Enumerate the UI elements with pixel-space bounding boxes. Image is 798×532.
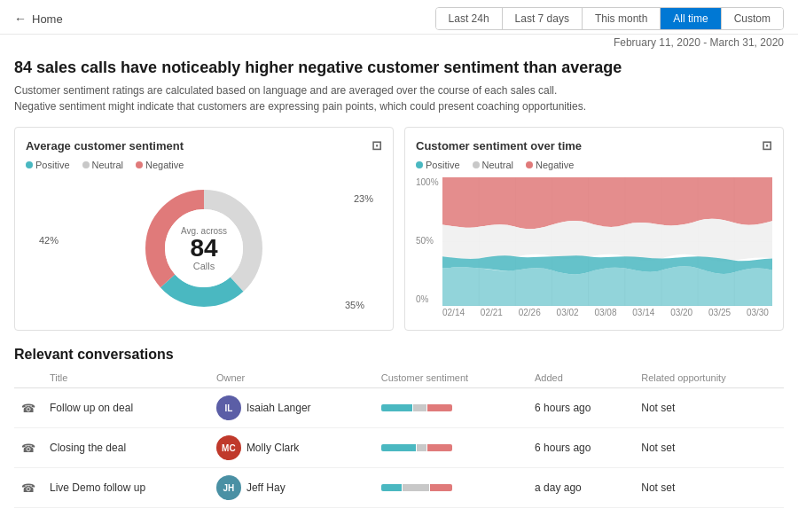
conv-opportunity: Not set [634,388,784,428]
sentiment-bar [381,444,452,451]
sentiment-bar [381,484,452,491]
donut-svg [133,177,275,319]
charts-row: Average customer sentiment ⊡ Positive Ne… [0,118,798,340]
description: Customer sentiment ratings are calculate… [14,82,784,114]
over-time-title: Customer sentiment over time ⊡ [416,138,772,153]
sb-neutral [417,444,427,451]
call-icon: ☎ [21,442,35,455]
y-axis: 100% 50% 0% [416,177,442,306]
sb-neutral [413,404,427,411]
conv-opportunity: Not set [634,428,784,468]
conversations-table: Title Owner Customer sentiment Added Rel… [14,368,784,508]
owner-avatar: MC [216,435,241,460]
owner-name: Jeff Hay [246,481,286,494]
conv-title[interactable]: Closing the deal [43,428,209,468]
ot-neutral-dot [473,161,480,168]
col-sentiment: Customer sentiment [374,368,528,388]
owner-avatar: IL [216,395,241,420]
avg-legend: Positive Neutral Negative [26,160,382,170]
filter-last7days[interactable]: Last 7 days [503,8,583,29]
conv-added: 6 hours ago [528,388,634,428]
table-body: ☎ Follow up on deal IL Isaiah Langer 6 h… [14,388,784,508]
ot-positive-dot [416,161,423,168]
sentiment-over-time-card: Customer sentiment over time ⊡ Positive … [404,127,784,331]
home-link[interactable]: ← Home [14,12,63,26]
area-chart-svg [442,177,772,306]
page-title: 84 sales calls have noticeably higher ne… [14,58,784,78]
neutral-dot [82,161,90,168]
col-owner: Owner [209,368,374,388]
owner-name: Molly Clark [246,442,299,454]
conv-sentiment [374,428,528,468]
call-icon-cell: ☎ [14,388,43,428]
positive-dot [26,161,33,168]
conv-sentiment [374,468,528,508]
conv-owner: MC Molly Clark [209,428,374,468]
col-opportunity: Related opportunity [634,368,784,388]
sb-positive [381,484,402,491]
conv-title[interactable]: Live Demo follow up [43,468,209,508]
svg-point-3 [165,209,243,287]
call-icon-cell: ☎ [14,468,43,508]
home-label: Home [32,12,63,26]
table-row[interactable]: ☎ Follow up on deal IL Isaiah Langer 6 h… [14,388,784,428]
table-row[interactable]: ☎ Closing the deal MC Molly Clark 6 hour… [14,428,784,468]
conversations-title: Relevant conversations [14,347,784,363]
filter-alltime[interactable]: All time [661,8,721,29]
pct-negative: 42% [39,235,59,246]
owner-name: Isaiah Langer [246,402,311,414]
back-arrow-icon: ← [14,12,27,26]
export-icon[interactable]: ⊡ [372,138,382,153]
pct-positive: 23% [354,193,373,204]
conv-added: a day ago [528,468,634,508]
conv-owner: JH Jeff Hay [209,468,374,508]
export-icon-2[interactable]: ⊡ [762,138,772,153]
negative-dot [136,161,143,168]
sb-negative [427,404,451,411]
filter-custom[interactable]: Custom [722,8,783,29]
sentiment-bar [381,404,452,411]
conversations-section: Relevant conversations Title Owner Custo… [0,340,798,512]
conv-added: 6 hours ago [528,428,634,468]
conv-sentiment [374,388,528,428]
conv-owner: IL Isaiah Langer [209,388,374,428]
table-header: Title Owner Customer sentiment Added Rel… [14,368,784,388]
call-icon: ☎ [21,481,35,495]
ot-negative-dot [526,161,533,168]
owner-avatar: JH [216,475,241,500]
donut-container: Avg. across 84 Calls 23% 42% 35% [26,177,382,319]
x-axis: 02/14 02/21 02/26 03/02 03/08 03/14 03/2… [416,306,772,317]
area-chart-svg-wrap [442,177,772,306]
sb-positive [381,444,416,451]
sb-neutral [403,484,429,491]
avg-sentiment-card: Average customer sentiment ⊡ Positive Ne… [14,127,394,331]
time-filter-group: Last 24h Last 7 days This month All time… [435,7,784,30]
call-icon: ☎ [21,402,35,415]
sb-positive [381,404,412,411]
main-heading: 84 sales calls have noticeably higher ne… [0,49,798,118]
call-icon-cell: ☎ [14,428,43,468]
conv-opportunity: Not set [634,468,784,508]
over-time-legend: Positive Neutral Negative [416,160,772,170]
filter-thismonth[interactable]: This month [583,8,661,29]
date-range: February 11, 2020 - March 31, 2020 [0,35,798,49]
table-row[interactable]: ☎ Live Demo follow up JH Jeff Hay a day … [14,468,784,508]
conv-title[interactable]: Follow up on deal [43,388,209,428]
sb-negative [427,444,451,451]
top-bar: ← Home Last 24h Last 7 days This month A… [0,0,798,35]
avg-sentiment-title: Average customer sentiment ⊡ [26,138,382,153]
filter-last24h[interactable]: Last 24h [436,8,503,29]
sb-negative [430,484,452,491]
col-title: Title [43,368,209,388]
pct-neutral: 35% [345,300,364,310]
col-added: Added [528,368,634,388]
